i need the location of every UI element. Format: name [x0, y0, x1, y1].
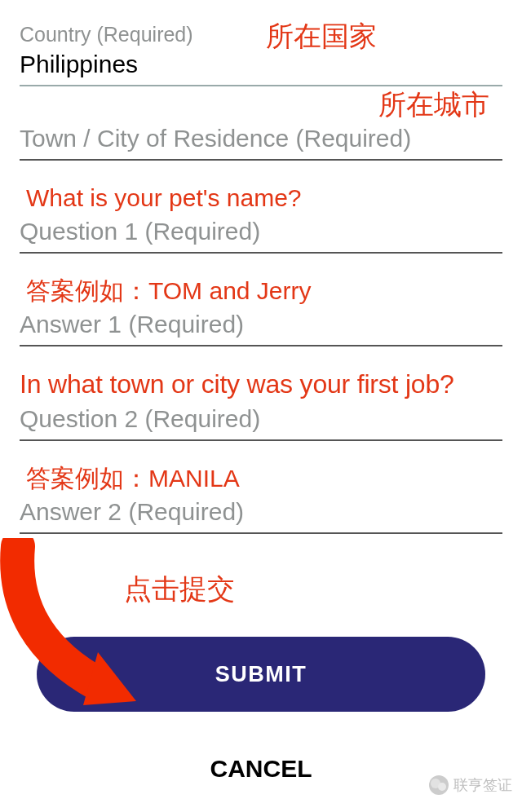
- annotation-city: 所在城市: [378, 86, 489, 124]
- annotation-country: 所在国家: [266, 18, 377, 55]
- wechat-icon: [429, 775, 449, 795]
- question1-field[interactable]: Question 1 (Required): [20, 215, 502, 254]
- country-label: Country (Required): [20, 21, 502, 48]
- annotation-q1-hint: What is your pet's name?: [20, 182, 502, 214]
- arrow-icon: [0, 538, 173, 709]
- question2-placeholder: Question 2 (Required): [20, 403, 502, 435]
- answer1-field[interactable]: Answer 1 (Required): [20, 308, 502, 346]
- annotation-q2-hint: In what town or city was your first job?: [20, 368, 502, 402]
- wechat-watermark: 联亨签证: [429, 775, 512, 795]
- city-placeholder: Town / City of Residence (Required): [20, 122, 502, 154]
- svg-point-2: [438, 783, 446, 791]
- city-field[interactable]: 所在城市 Town / City of Residence (Required): [20, 122, 502, 161]
- annotation-a2-hint: 答案例如：MANILA: [20, 462, 502, 494]
- annotation-a1-hint: 答案例如：TOM and Jerry: [20, 275, 502, 307]
- answer1-placeholder: Answer 1 (Required): [20, 308, 502, 340]
- answer2-placeholder: Answer 2 (Required): [20, 496, 502, 527]
- question1-placeholder: Question 1 (Required): [20, 215, 502, 247]
- country-value: Philippines: [20, 48, 502, 80]
- question2-field[interactable]: Question 2 (Required): [20, 403, 502, 441]
- wechat-account-name: 联亨签证: [453, 775, 512, 795]
- country-field[interactable]: Country (Required) Philippines: [20, 21, 502, 86]
- answer2-field[interactable]: Answer 2 (Required): [20, 496, 502, 534]
